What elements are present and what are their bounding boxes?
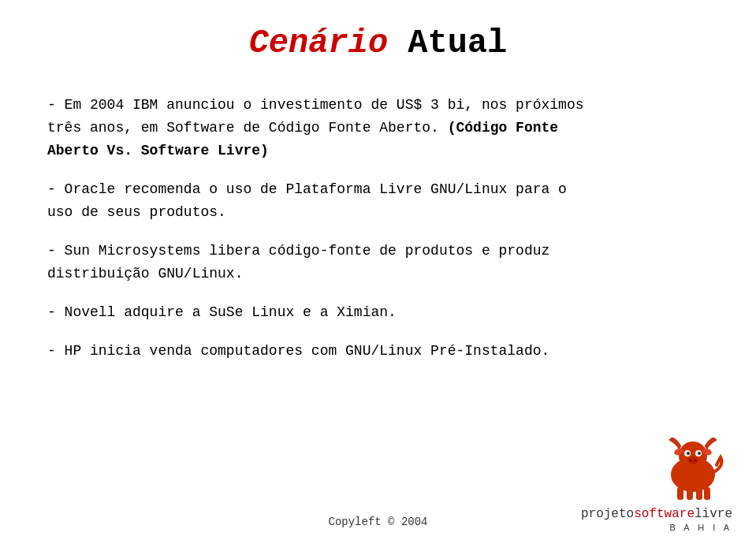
- logo-bahia: B A H I A: [670, 523, 732, 532]
- bullet-1-line1: - Em 2004 IBM anunciou o investimento de…: [47, 95, 709, 116]
- bullet-1-line2: três anos, em Software de Código Fonte A…: [47, 117, 709, 139]
- slide-title: Cenário Atual: [47, 24, 709, 63]
- bullet-4-line1: - Novell adquire a SuSe Linux e a Ximian…: [47, 302, 709, 323]
- svg-point-6: [687, 452, 690, 455]
- logo-projeto: projeto: [581, 507, 634, 521]
- svg-point-8: [687, 456, 698, 464]
- slide: Cenário Atual - Em 2004 IBM anunciou o i…: [0, 0, 756, 544]
- bullet-1-bold2: Aberto Vs. Software Livre): [47, 143, 269, 158]
- bullet-item-2: - Oracle recomenda o uso de Plataforma L…: [47, 179, 709, 223]
- bullet-3-line1: - Sun Microsystems libera código-fonte d…: [47, 240, 709, 262]
- svg-point-10: [695, 460, 697, 462]
- svg-rect-13: [696, 489, 702, 500]
- bullet-2-line2: uso de seus produtos.: [47, 202, 709, 223]
- logo-software: software: [634, 507, 695, 521]
- bullet-5-line1: - HP inicia venda computadores com GNU/L…: [47, 341, 709, 362]
- mascot-image: [654, 426, 732, 505]
- bullet-1-line3: Aberto Vs. Software Livre): [47, 140, 709, 162]
- bullet-item-5: - HP inicia venda computadores com GNU/L…: [47, 341, 709, 362]
- svg-rect-12: [687, 489, 693, 500]
- bullet-2-line1: - Oracle recomenda o uso de Plataforma L…: [47, 179, 709, 200]
- bullet-item-3: - Sun Microsystems libera código-fonte d…: [47, 240, 709, 285]
- bullet-1-bold: (Código Fonte: [448, 120, 558, 136]
- svg-rect-14: [704, 487, 710, 500]
- logo-text-line1: projetosoftwarelivre: [581, 507, 732, 521]
- svg-point-1: [679, 442, 707, 470]
- svg-point-7: [698, 452, 701, 455]
- svg-point-9: [690, 460, 692, 462]
- title-cenario: Cenário: [249, 24, 388, 62]
- slide-content: - Em 2004 IBM anunciou o investimento de…: [47, 95, 709, 362]
- bullet-3-line2: distribuição GNU/Linux.: [47, 263, 709, 285]
- svg-rect-11: [677, 487, 683, 500]
- logo-area: projetosoftwarelivre B A H I A: [581, 507, 732, 532]
- bullet-item-1: - Em 2004 IBM anunciou o investimento de…: [47, 95, 709, 162]
- copyright-text: Copyleft © 2004: [328, 516, 427, 528]
- title-atual: Atual: [388, 24, 507, 62]
- bullet-item-4: - Novell adquire a SuSe Linux e a Ximian…: [47, 302, 709, 323]
- logo-livre: livre: [695, 507, 732, 521]
